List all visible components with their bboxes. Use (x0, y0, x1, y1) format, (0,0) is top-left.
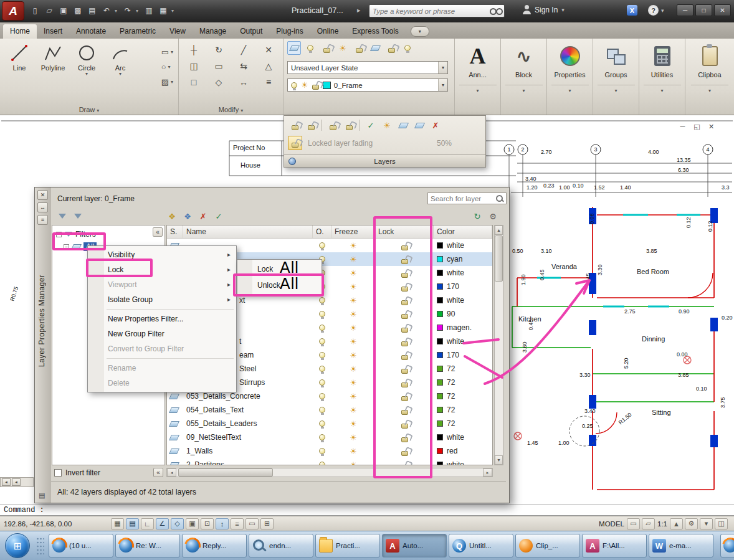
workspace-dropdown-icon[interactable]: ▾ (171, 8, 176, 14)
layer-color-cell[interactable]: 170 (434, 280, 492, 293)
layer-freeze-cell[interactable]: ☀ (331, 362, 375, 376)
doc-icon[interactable]: ▥ (143, 4, 155, 17)
status-icon[interactable]: ▾ (700, 518, 713, 529)
layer-freeze-cell[interactable]: ☀ (331, 430, 375, 444)
layer-tool-button[interactable] (320, 41, 333, 55)
new-property-filter-button[interactable] (56, 210, 69, 222)
draw-extra-tool[interactable]: ▨▾ (161, 77, 173, 87)
tab-online[interactable]: Online (310, 24, 346, 39)
drawing-close-icon[interactable]: ✕ (707, 122, 716, 131)
modify-tool-icon[interactable]: ◇ (216, 77, 222, 87)
layer-color-cell[interactable]: magen. (434, 321, 492, 335)
model-label[interactable]: MODEL (599, 520, 624, 528)
settings-gear-icon[interactable]: ⚙ (487, 210, 499, 222)
scroll-left-icon[interactable]: ◂ (167, 468, 176, 477)
line-button[interactable]: Line (2, 44, 36, 76)
dropdown-icon[interactable]: ▾ (171, 79, 173, 85)
status-toggle[interactable]: ∠ (156, 518, 169, 529)
layer-on-cell[interactable] (313, 362, 331, 376)
column-header-on[interactable]: O. (313, 225, 331, 238)
lock-tool-button[interactable] (288, 118, 302, 132)
layer-color-cell[interactable]: white (434, 458, 492, 465)
draw-panel-label[interactable]: Draw ▾ (0, 106, 178, 113)
layer-on-cell[interactable] (313, 444, 331, 458)
open-icon[interactable]: ▱ (43, 4, 55, 17)
new-icon[interactable]: ▯ (29, 4, 41, 17)
lock-tool-button[interactable] (326, 118, 340, 132)
taskbar-partial-button[interactable] (720, 534, 734, 558)
collapse-tree-button[interactable]: « (153, 227, 163, 237)
modify-tool-icon[interactable]: ╱ (241, 45, 246, 55)
taskbar-button[interactable]: Re: W... (115, 534, 180, 558)
command-line[interactable]: Command : (0, 505, 734, 516)
hscroll-thumb[interactable] (178, 468, 273, 477)
undo-icon[interactable]: ↶ (100, 4, 113, 17)
layer-tool-button[interactable] (384, 41, 398, 55)
status-toggle[interactable]: ∟ (141, 518, 154, 529)
layer-on-cell[interactable] (313, 389, 331, 403)
layer-color-cell[interactable]: white (434, 293, 492, 307)
layer-on-cell[interactable] (313, 403, 331, 417)
drawing-hscroll-stub[interactable]: ◂ ◂ (0, 477, 34, 487)
layer-freeze-cell[interactable]: ☀ (331, 293, 375, 307)
layer-freeze-cell[interactable]: ☀ (331, 252, 375, 266)
scroll-up-icon[interactable]: ▲ (495, 225, 503, 235)
status-toggle[interactable]: ▦ (111, 518, 124, 529)
dropdown-icon[interactable]: ▾ (505, 85, 543, 93)
layer-freeze-cell[interactable]: ☀ (331, 335, 375, 348)
modify-tool-icon[interactable]: ✕ (265, 45, 272, 55)
taskbar-button[interactable]: endn... (249, 534, 313, 558)
ribbon-button-properties[interactable]: Properties ▾ (547, 39, 593, 115)
dropdown-icon[interactable]: ▾ (85, 72, 88, 76)
column-header-status[interactable]: S. (167, 225, 183, 238)
modify-tool-icon[interactable]: ↻ (215, 45, 222, 55)
layer-on-cell[interactable] (313, 239, 331, 252)
layer-on-cell[interactable] (313, 376, 331, 389)
layer-on-cell[interactable] (313, 307, 331, 321)
layer-tool-button[interactable] (368, 41, 382, 55)
ribbon-button-block[interactable]: ∿ Block ▾ (501, 39, 547, 115)
tab-manage[interactable]: Manage (193, 24, 233, 39)
layer-on-cell[interactable] (313, 417, 331, 430)
layer-row[interactable]: 2_Partitons☀white (167, 458, 492, 465)
layer-color-cell[interactable]: cyan (434, 252, 492, 266)
tab-output[interactable]: Output (233, 24, 269, 39)
layer-row[interactable]: 1_Walls☀red (167, 444, 492, 458)
status-toggle[interactable]: ⊡ (201, 518, 214, 529)
new-layer-vp-button[interactable]: ❖ (181, 210, 194, 222)
plot-icon[interactable]: ▤ (86, 4, 98, 17)
layer-color-cell[interactable]: 72 (434, 376, 492, 389)
status-icon[interactable]: ◫ (715, 518, 728, 529)
layer-freeze-cell[interactable]: ☀ (331, 239, 375, 252)
layer-tool-button[interactable] (303, 41, 317, 55)
taskbar-button[interactable]: AF:\All... (582, 534, 647, 558)
taskbar-button[interactable]: AAuto... (382, 534, 447, 558)
dropdown-icon[interactable]: ▾ (459, 85, 497, 93)
flyout-panel-bar[interactable]: Layers (284, 154, 485, 167)
lock-tool-button[interactable] (304, 118, 318, 132)
status-toggle[interactable]: ▭ (245, 518, 259, 529)
redo-icon[interactable]: ↷ (122, 4, 134, 17)
layer-color-cell[interactable]: 90 (434, 307, 492, 321)
modify-tool-icon[interactable]: ◫ (189, 61, 198, 71)
new-layer-button[interactable]: ❖ (166, 210, 178, 222)
locked-fading-value[interactable]: 50% (437, 139, 452, 148)
layer-list-vscrollbar[interactable]: ▲ ▼ (494, 225, 503, 465)
dropdown-icon[interactable]: ▾ (551, 85, 589, 93)
layer-on-cell[interactable] (313, 458, 331, 465)
maximize-button[interactable]: □ (695, 4, 712, 16)
lock-tool-button[interactable] (412, 118, 426, 132)
layer-freeze-cell[interactable]: ☀ (331, 280, 375, 293)
minimize-button[interactable]: ─ (677, 4, 693, 16)
modify-tool-icon[interactable]: ↔ (239, 77, 248, 87)
tab-view[interactable]: View (163, 24, 193, 39)
scroll-left-icon[interactable]: ◂ (2, 478, 11, 486)
tab-parametric[interactable]: Parametric (113, 24, 163, 39)
layer-on-cell[interactable] (313, 430, 331, 444)
menu-item-convert-to-group-filter[interactable]: Convert to Group Filter (88, 341, 236, 356)
layer-on-cell[interactable] (313, 348, 331, 362)
drawing-restore-icon[interactable]: ◱ (692, 122, 702, 131)
annotation-scale-label[interactable]: 1:1 (657, 520, 667, 528)
menu-item-new-properties-filter[interactable]: New Properties Filter... (88, 311, 236, 326)
ribbon-options-button[interactable]: ▾ (411, 26, 429, 37)
